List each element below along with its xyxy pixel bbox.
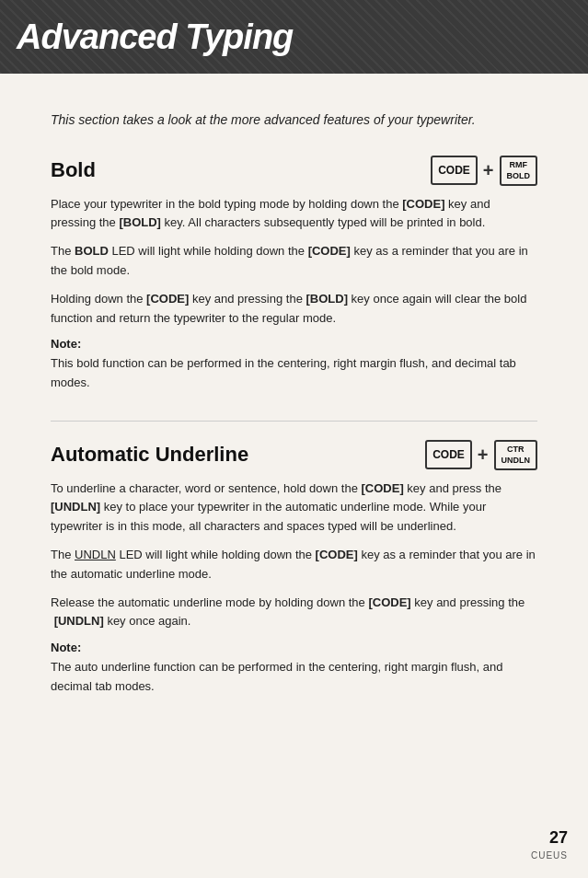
- underline-key-combo: CODE + CTR UNDLN: [425, 440, 537, 470]
- bold-code-key: CODE: [431, 156, 478, 185]
- underline-para-2: The UNDLN LED will light while holding d…: [51, 546, 537, 584]
- section-bold-header: Bold CODE + RMF BOLD: [51, 156, 537, 186]
- underline-plus-icon: +: [478, 445, 489, 466]
- page-title: Advanced Typing: [17, 17, 293, 57]
- underline-note-text: The auto underline function can be perfo…: [51, 658, 537, 697]
- underline-para-3: Release the automatic underline mode by …: [51, 594, 537, 632]
- bold-note-label: Note:: [51, 337, 537, 351]
- section-underline-header: Automatic Underline CODE + CTR UNDLN: [51, 440, 537, 470]
- header-banner: Advanced Typing: [0, 0, 588, 74]
- page-number: 27: [531, 828, 568, 848]
- bold-para-3: Holding down the [CODE] key and pressing…: [51, 290, 537, 329]
- underline-ctr-undln-key: CTR UNDLN: [494, 440, 538, 470]
- underline-code-key: CODE: [425, 440, 472, 469]
- main-content: This section takes a look at the more ad…: [0, 74, 588, 878]
- intro-text: This section takes a look at the more ad…: [51, 110, 537, 130]
- section-underline-title: Automatic Underline: [51, 443, 248, 467]
- section-divider: [51, 421, 537, 422]
- underline-note-label: Note:: [51, 641, 537, 654]
- bold-para-1: Place your typewriter in the bold typing…: [51, 195, 537, 234]
- bold-para-2: The BOLD LED will light while holding do…: [51, 242, 537, 281]
- page-footer: 27 CUEUS: [531, 828, 568, 861]
- section-bold-title: Bold: [51, 158, 96, 182]
- bold-note-text: This bold function can be performed in t…: [51, 354, 537, 393]
- section-auto-underline: Automatic Underline CODE + CTR UNDLN To …: [51, 440, 537, 697]
- bold-plus-icon: +: [483, 160, 494, 181]
- underline-para-1: To underline a character, word or senten…: [51, 479, 537, 537]
- bold-key-combo: CODE + RMF BOLD: [431, 156, 537, 186]
- page-label: CUEUS: [531, 850, 568, 861]
- bold-rmf-bold-key: RMF BOLD: [500, 156, 538, 186]
- section-bold: Bold CODE + RMF BOLD Place your typewrit…: [51, 156, 537, 393]
